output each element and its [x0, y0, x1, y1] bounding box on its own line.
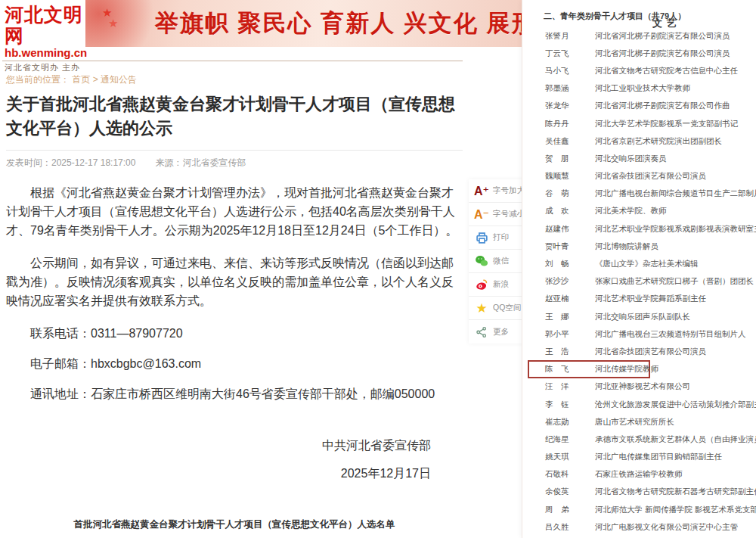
roster-row: 王 娜 河北交响乐团声乐队副队长	[522, 308, 756, 325]
roster-row: 李 钰 沧州文化旅游发展促进中心活动策划推介部副主任	[522, 396, 756, 413]
site-logo-subtitle: 河北省文明办 主办	[5, 62, 86, 73]
roster-row: 赵建伟 河北艺术职业学院影视系戏剧影视表演教研室主任	[522, 220, 756, 238]
person-name: 成 欢	[545, 206, 590, 216]
person-title: 河北师范大学 新闻传播学院 影视艺术系党支部书记	[595, 505, 756, 515]
font-decrease-icon: A⁻	[474, 207, 489, 222]
signature-org: 中共河北省委宣传部	[6, 438, 431, 454]
site-logo-url: hb.wenming.cn	[5, 46, 86, 59]
wechat-icon	[474, 253, 489, 269]
publish-time-value: 2025-12-17 18:17:00	[51, 157, 135, 168]
contact-phone: 联系电话：0311—87907720	[6, 324, 463, 343]
person-name: 郭墨涵	[545, 83, 590, 94]
person-title: 河北广播电视台三农频道特别节目组制片人	[595, 329, 746, 340]
toolbar-print-button[interactable]: 打印	[469, 226, 526, 250]
header-divider	[2, 61, 463, 61]
publish-time-label: 发表时间：	[6, 157, 51, 168]
breadcrumb-separator: >	[93, 74, 98, 85]
person-name: 丁云飞	[545, 48, 590, 59]
person-name: 姚天琪	[545, 452, 590, 462]
roster-row: 纪海星 承德市文联系统新文艺群体人员（自由择业演员、歌手）	[522, 431, 756, 448]
flag-decoration	[85, 0, 163, 47]
main-column: 河北文明网 hb.wenming.cn 河北省文明办 主办 ★ 举旗帜 聚民心 …	[0, 0, 522, 538]
roster-row: 张沙沙 张家口戏曲艺术研究院口梆子（晋剧）团团长	[522, 273, 756, 291]
toolbar-share-more-button[interactable]: 更多	[469, 320, 526, 344]
person-name: 陈丹丹	[545, 119, 590, 129]
signature-block: 中共河北省委宣传部 2025年12月17日	[6, 438, 463, 482]
roster-row: 吴佳鑫 河北省京剧艺术研究院演出团副团长	[522, 132, 756, 150]
breadcrumb-current-link[interactable]: 通知公告	[101, 74, 137, 85]
toolbar-weibo-button[interactable]: 新浪	[469, 273, 526, 297]
person-name: 魏顺慧	[545, 171, 590, 182]
person-name: 张龙华	[545, 101, 590, 111]
person-title: 河北省河北梆子剧院演艺有限公司作曲	[595, 101, 730, 111]
banner: ★ 举旗帜 聚民心 育新人 兴文化 展形象	[85, 0, 522, 47]
person-name: 谷 萌	[545, 188, 590, 199]
person-name: 李 钰	[545, 400, 590, 410]
roster-row: 周 弟 河北师范大学 新闻传播学院 影视艺术系党支部书记	[522, 501, 756, 518]
roster-row: 谷 萌 河北广播电视台新闻综合频道节目生产二部制片人	[522, 185, 756, 203]
roster-row: 郭墨涵 河北工业职业技术大学教师	[522, 80, 756, 98]
person-name: 贺 朋	[545, 154, 590, 164]
qzone-icon: ★	[474, 300, 489, 316]
contact-address: 通讯地址：石家庄市桥西区维明南大街46号省委宣传部干部处，邮编050000	[6, 384, 463, 403]
roster-row: 陈丹丹 河北大学艺术学院影视系一党支部副书记	[522, 115, 756, 132]
toolbar-font-increase-button[interactable]: A⁺ 字号加大	[469, 179, 526, 203]
person-title: 河北省河北梆子剧院演艺有限公司演员	[595, 48, 730, 59]
person-title: 河北省文物考古研究院新石器考古研究部副主任	[595, 487, 756, 497]
roster-row: 陈 飞 河北传媒学院教师	[522, 361, 756, 378]
roster-row: 贺 朋 河北交响乐团演奏员	[522, 150, 756, 167]
person-title: 河北广播电视台新闻综合频道节目生产二部制片人	[595, 188, 756, 199]
person-title: 河北交响乐团声乐队副队长	[595, 312, 690, 322]
roster-row: 石敬科 石家庄铁路运输学校教师	[522, 466, 756, 484]
title-divider	[6, 150, 463, 151]
roster-row: 贾叶青 河北博物院讲解员	[522, 238, 756, 255]
roster-row: 魏顺慧 河北省杂技团演艺有限公司演员	[522, 168, 756, 185]
person-name: 贾叶青	[545, 241, 590, 252]
person-title: 河北省文物考古研究院考古信息中心主任	[595, 66, 738, 76]
person-name: 陈 飞	[545, 364, 590, 375]
roster-panel: 二、青年类别骨干人才项目（共79人） 文艺 张警月 河北省河北梆子剧院演艺有限公…	[522, 0, 756, 538]
roster-row: 余俊英 河北省文物考古研究院新石器考古研究部副主任	[522, 484, 756, 501]
article: 关于首批河北省燕赵黄金台聚才计划骨干人才项目（宣传思想文化平台）人选的公示 发表…	[6, 92, 463, 531]
roster-row: 刘 畅 《唐山文学》杂志社美术编辑	[522, 255, 756, 272]
person-name: 王 浩	[545, 347, 590, 357]
person-title: 河北省京剧艺术研究院演出团副团长	[595, 136, 722, 147]
person-name: 张沙沙	[545, 276, 590, 287]
person-name: 吕久胜	[545, 522, 590, 533]
roster-list: 张警月 河北省河北梆子剧院演艺有限公司演员 丁云飞 河北省河北梆子剧院演艺有限公…	[522, 27, 756, 536]
share-more-icon	[474, 325, 489, 340]
person-title: 河北省杂技团演艺有限公司演员	[595, 171, 706, 182]
person-title: 河北亚神影视艺术有限公司	[595, 381, 690, 392]
roster-row: 马小飞 河北省文物考古研究院考古信息中心主任	[522, 62, 756, 79]
article-paragraph: 公示期间，如有异议，可通过来电、来信、来访等形式反映情况（信函以到达邮戳为准）。…	[6, 253, 463, 310]
person-title: 河北艺术职业学院舞蹈系副主任	[595, 294, 706, 304]
person-name: 崔志勋	[545, 417, 590, 428]
person-title: 河北省河北梆子剧院演艺有限公司演员	[595, 31, 730, 42]
page: 河北文明网 hb.wenming.cn 河北省文明办 主办 ★ 举旗帜 聚民心 …	[0, 0, 756, 538]
star-icon: ★	[102, 6, 112, 20]
toolbar-wechat-button[interactable]: 微信	[469, 250, 526, 273]
roster-row: 张龙华 河北省河北梆子剧院演艺有限公司作曲	[522, 98, 756, 115]
breadcrumb-home-link[interactable]: 首页	[72, 74, 90, 85]
article-paragraph: 根据《河北省燕赵黄金台聚才计划管理办法》，现对首批河北省燕赵黄金台聚才计划骨干人…	[6, 183, 463, 240]
contact-email: 电子邮箱：hbxcbgbc@163.com	[6, 354, 463, 373]
person-name: 石敬科	[545, 469, 590, 480]
roster-row: 丁云飞 河北省河北梆子剧院演艺有限公司演员	[522, 45, 756, 62]
toolbar-font-decrease-button[interactable]: A⁻ 字号减小	[469, 203, 526, 226]
person-title: 河北博物院讲解员	[595, 241, 658, 252]
person-title: 石家庄铁路运输学校教师	[595, 469, 683, 480]
person-title: 沧州文化旅游发展促进中心活动策划推介部副主任	[595, 400, 756, 410]
person-name: 赵亚楠	[545, 294, 590, 304]
font-increase-icon: A⁺	[474, 183, 489, 198]
person-name: 王 娜	[545, 312, 590, 322]
roster-row: 吕久胜 河北广电影视文化有限公司演艺中心主管	[522, 518, 756, 536]
breadcrumb: 您当前的位置： 首页 > 通知公告	[6, 73, 137, 86]
person-title: 河北美术学院、教师	[595, 206, 667, 216]
person-title: 河北广电影视文化有限公司演艺中心主管	[595, 522, 738, 533]
person-title: 承德市文联系统新文艺群体人员（自由择业演员、歌手）	[595, 434, 756, 445]
toolbar-qzone-button[interactable]: ★ QQ空间	[469, 297, 526, 320]
site-logo[interactable]: 河北文明网 hb.wenming.cn 河北省文明办 主办	[5, 5, 86, 73]
roster-row: 赵亚楠 河北艺术职业学院舞蹈系副主任	[522, 291, 756, 308]
person-title: 河北省杂技团演艺有限公司演员	[595, 347, 706, 357]
person-title: 河北交响乐团演奏员	[595, 154, 667, 164]
